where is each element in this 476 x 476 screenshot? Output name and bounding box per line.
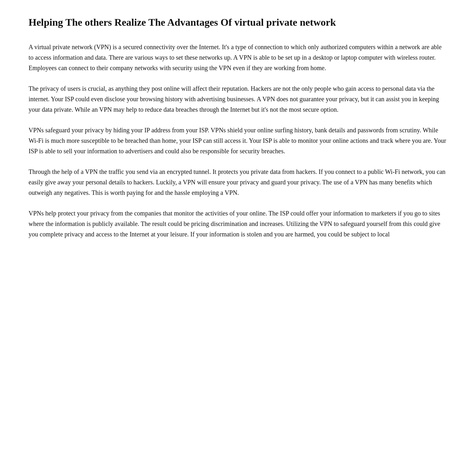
paragraph-2: The privacy of users is crucial, as anyt… [29,83,447,115]
article-body: A virtual private network (VPN) is a sec… [29,42,447,240]
paragraph-1: A virtual private network (VPN) is a sec… [29,42,447,73]
paragraph-5: VPNs help protect your privacy from the … [29,208,447,240]
paragraph-3: VPNs safeguard your privacy by hiding yo… [29,125,447,156]
article-title: Helping The others Realize The Advantage… [29,16,447,29]
paragraph-4: Through the help of a VPN the traffic yo… [29,167,447,198]
